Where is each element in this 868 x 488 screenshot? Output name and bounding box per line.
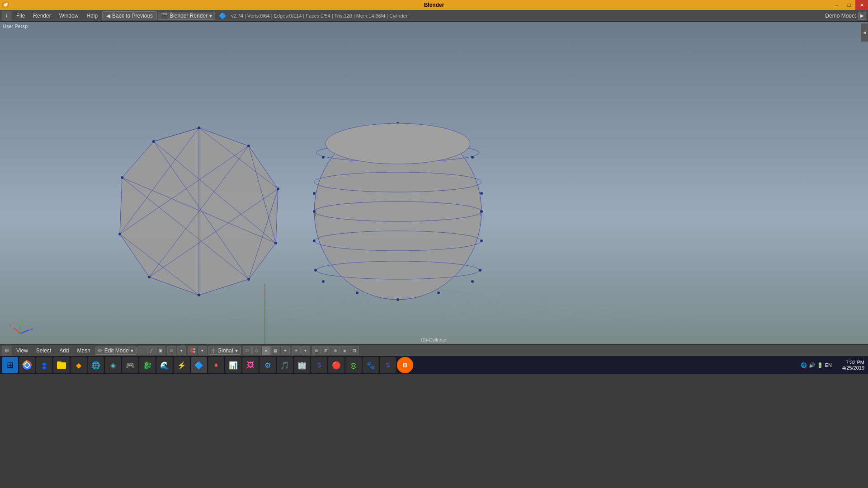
taskbar-icon-17[interactable]: 🏢 xyxy=(294,357,310,373)
left-object xyxy=(118,127,279,296)
taskbar-icon-22[interactable]: S xyxy=(380,357,396,373)
svg-point-39 xyxy=(274,242,277,244)
battery-icon: 🔋 xyxy=(817,362,823,368)
lighting-group: ☀ ▾ xyxy=(292,346,310,355)
edit-mode-icon: ✏ xyxy=(98,347,103,354)
taskbar-icon-21[interactable]: 🐾 xyxy=(363,357,379,373)
file-menu[interactable]: File xyxy=(13,12,28,20)
clock-area: 7:32 PM 4/25/2019 xyxy=(842,360,864,371)
taskbar-icon-8[interactable]: 🐉 xyxy=(139,357,156,373)
snap-settings-button[interactable]: ▾ xyxy=(198,346,207,355)
render-engine-select[interactable]: 🎬 Blender Render ▾ xyxy=(158,12,215,20)
render-menu[interactable]: Render xyxy=(29,12,54,20)
texture-button[interactable]: ▦ xyxy=(271,346,280,355)
svg-point-70 xyxy=(356,291,359,294)
minimize-button[interactable]: ─ xyxy=(830,0,843,10)
svg-point-63 xyxy=(313,210,316,213)
taskbar-icon-18[interactable]: S xyxy=(311,357,327,373)
solid-button[interactable]: ● xyxy=(262,346,271,355)
svg-point-69 xyxy=(437,291,440,294)
blender-version-icon: 🔷 xyxy=(219,12,226,19)
taskbar-icon-11[interactable]: 🔷 xyxy=(191,357,207,373)
svg-point-81 xyxy=(25,363,29,367)
help-menu[interactable]: Help xyxy=(83,12,101,20)
vertex-select-button[interactable]: · xyxy=(137,346,146,355)
render-engine-chevron: ▾ xyxy=(209,13,212,19)
svg-point-59 xyxy=(322,156,325,159)
back-to-previous-button[interactable]: ◀ Back to Previous xyxy=(102,11,157,20)
xray-button[interactable]: ⊡ xyxy=(350,346,359,355)
taskbar-dropbox-icon[interactable] xyxy=(36,357,52,373)
svg-point-56 xyxy=(471,156,474,159)
side-panel-collapse-button[interactable]: ◀ xyxy=(861,23,868,42)
svg-point-68 xyxy=(396,298,399,301)
select-menu[interactable]: Select xyxy=(33,347,55,355)
network-icon: 🌐 xyxy=(801,362,807,368)
close-button[interactable]: ✕ xyxy=(855,0,868,10)
demo-mode-label: Demo Mode: xyxy=(825,13,856,19)
wireframe-button[interactable]: ◇ xyxy=(252,346,261,355)
viewport-svg: X Z Y xyxy=(0,22,868,344)
backdrop-button[interactable]: ⊞ xyxy=(321,346,330,355)
taskbar-icon-6[interactable]: ◈ xyxy=(105,357,121,373)
svg-point-44 xyxy=(121,176,123,179)
taskbar-icon-10[interactable]: ⚡ xyxy=(174,357,190,373)
lighting-chevron[interactable]: ▾ xyxy=(301,346,310,355)
svg-point-43 xyxy=(118,233,121,235)
taskbar-icon-19[interactable]: 🔴 xyxy=(328,357,344,373)
render-engine-icon: 🎬 xyxy=(161,13,168,19)
taskbar-icon-23[interactable]: B xyxy=(397,357,413,373)
taskbar-icon-7[interactable]: 🎮 xyxy=(122,357,138,373)
taskbar-icon-9[interactable]: 🌊 xyxy=(156,357,173,373)
svg-text:X: X xyxy=(30,327,33,332)
taskbar-icon-13[interactable]: 📊 xyxy=(225,357,241,373)
render-button[interactable]: ✦ xyxy=(281,346,290,355)
taskbar-icon-20[interactable]: ◎ xyxy=(345,357,362,373)
show-hide-button[interactable]: ☀ xyxy=(292,346,301,355)
taskbar-explorer-icon[interactable] xyxy=(53,357,70,373)
start-button[interactable]: ⊞ xyxy=(2,357,18,373)
add-menu[interactable]: Add xyxy=(56,347,72,355)
taskbar-icon-16[interactable]: 🎵 xyxy=(277,357,293,373)
svg-point-42 xyxy=(148,276,151,278)
window-title: Blender xyxy=(424,2,444,8)
system-tray: 🌐 🔊 🔋 EN xyxy=(801,362,832,368)
face-select-button[interactable]: ▣ xyxy=(156,346,165,355)
svg-point-37 xyxy=(247,145,250,147)
taskbar-chrome-icon[interactable] xyxy=(19,357,35,373)
show-overlays-button[interactable]: ◈ xyxy=(340,346,349,355)
proportional-connected-button[interactable]: ▾ xyxy=(177,346,186,355)
demo-play-button[interactable]: ▶ xyxy=(858,12,866,20)
mesh-menu[interactable]: Mesh xyxy=(74,347,94,355)
bounding-box-button[interactable]: □ xyxy=(243,346,252,355)
volume-icon: 🔊 xyxy=(809,362,815,368)
svg-text:Y: Y xyxy=(9,324,11,328)
svg-line-73 xyxy=(20,330,29,333)
svg-rect-83 xyxy=(57,361,61,363)
scene-info: v2.74 | Verts:0/64 | Edges:0/114 | Faces… xyxy=(231,13,407,19)
taskbar-icon-14[interactable]: 🖼 xyxy=(242,357,259,373)
3d-viewport[interactable]: User Persp ◀ xyxy=(0,22,868,344)
svg-point-67 xyxy=(314,269,317,272)
taskbar-icon-5[interactable]: 🌐 xyxy=(88,357,104,373)
taskbar-icon-15[interactable]: ⚙ xyxy=(259,357,276,373)
transform-chevron: ▾ xyxy=(235,347,238,354)
edit-mode-select[interactable]: ✏ Edit Mode ▾ xyxy=(95,347,137,355)
taskbar-icon-4[interactable]: ◆ xyxy=(71,357,87,373)
transform-orientation-select[interactable]: ⊹ Global ▾ xyxy=(208,347,241,355)
edge-select-button[interactable]: ╱ xyxy=(147,346,156,355)
snap-button[interactable]: 🧲 xyxy=(188,346,197,355)
show-gizmo-button[interactable]: ⊗ xyxy=(331,346,340,355)
maximize-button[interactable]: □ xyxy=(843,0,855,10)
view-menu[interactable]: View xyxy=(13,347,32,355)
overlay-button[interactable]: ⊕ xyxy=(312,346,321,355)
proportional-edit-button[interactable]: ⊙ xyxy=(167,346,176,355)
back-arrow-icon: ◀ xyxy=(106,13,110,19)
viewport-icon[interactable]: ⊞ xyxy=(2,346,12,356)
taskbar-icon-12[interactable]: ♦ xyxy=(208,357,224,373)
camera-perspective-label: User Persp xyxy=(3,23,28,29)
svg-line-13 xyxy=(434,288,452,344)
window-menu[interactable]: Window xyxy=(56,12,82,20)
selected-object-label: (0)-Cylinder xyxy=(421,337,447,343)
info-icon[interactable]: ℹ xyxy=(2,11,12,21)
